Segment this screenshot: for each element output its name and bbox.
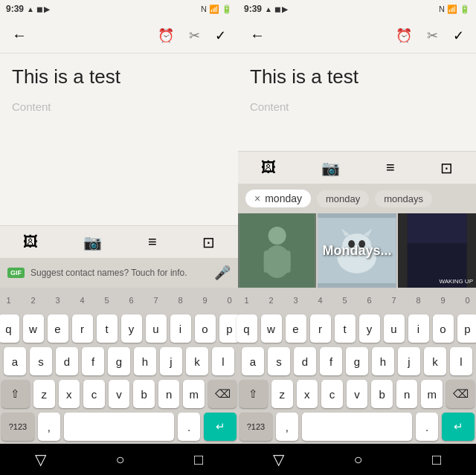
right-delete-key[interactable]: ⌫: [446, 380, 475, 408]
right-search-chip[interactable]: × monday: [245, 190, 311, 207]
left-nav-recent[interactable]: □: [194, 451, 203, 468]
rkey-e[interactable]: e: [286, 314, 306, 343]
key-5[interactable]: 5: [97, 291, 118, 310]
key-2[interactable]: 2: [23, 291, 44, 310]
left-nav-home[interactable]: ○: [115, 451, 124, 468]
right-gif-dark[interactable]: WAKING UP: [398, 213, 476, 288]
rkey-x[interactable]: x: [297, 380, 318, 408]
rkey-p[interactable]: p: [457, 314, 477, 343]
rkey-9[interactable]: 9: [433, 291, 454, 310]
rkey-b[interactable]: b: [371, 380, 393, 408]
left-mic-icon[interactable]: 🎤: [214, 265, 231, 281]
left-delete-key[interactable]: ⌫: [208, 380, 237, 408]
key-c[interactable]: c: [83, 380, 105, 408]
rkey-8[interactable]: 8: [408, 291, 429, 310]
left-enter-key[interactable]: ↵: [204, 413, 237, 441]
left-check-icon[interactable]: ✓: [215, 28, 226, 44]
rkey-3[interactable]: 3: [286, 291, 306, 310]
right-suggestion2[interactable]: mondays: [375, 190, 432, 207]
key-s[interactable]: s: [30, 347, 52, 375]
rkey-n[interactable]: n: [396, 380, 418, 408]
right-alarm-icon[interactable]: ⏰: [396, 28, 412, 44]
rkey-a[interactable]: a: [242, 347, 264, 375]
key-v[interactable]: v: [109, 380, 130, 408]
left-space-key[interactable]: [64, 413, 175, 441]
right-shift-key[interactable]: ⇧: [239, 380, 268, 408]
key-3[interactable]: 3: [48, 291, 68, 310]
rkey-l[interactable]: l: [450, 347, 472, 375]
rkey-5[interactable]: 5: [335, 291, 356, 310]
rkey-1[interactable]: 1: [237, 291, 257, 310]
rkey-i[interactable]: i: [408, 314, 429, 343]
rkey-6[interactable]: 6: [359, 291, 380, 310]
right-gif-mondays[interactable]: Mondays...: [318, 213, 396, 288]
right-space-key[interactable]: [302, 413, 413, 441]
right-period-key[interactable]: .: [416, 413, 438, 441]
rkey-r[interactable]: r: [310, 314, 331, 343]
key-i[interactable]: i: [170, 314, 191, 343]
key-f[interactable]: f: [82, 347, 104, 375]
key-x[interactable]: x: [59, 380, 80, 408]
left-note-content[interactable]: Content: [12, 100, 226, 113]
key-r[interactable]: r: [72, 314, 93, 343]
key-a[interactable]: a: [4, 347, 26, 375]
left-gif-badge[interactable]: GIF: [7, 268, 25, 278]
right-check-icon[interactable]: ✓: [453, 28, 464, 44]
rkey-f[interactable]: f: [320, 347, 342, 375]
left-image-icon[interactable]: 🖼: [23, 233, 38, 251]
key-k[interactable]: k: [186, 347, 208, 375]
right-nav-home[interactable]: ○: [353, 451, 362, 468]
left-back-button[interactable]: ←: [12, 27, 27, 44]
key-l[interactable]: l: [212, 347, 234, 375]
right-nav-recent[interactable]: □: [432, 451, 441, 468]
rkey-c[interactable]: c: [321, 380, 343, 408]
left-nav-back[interactable]: ▽: [35, 450, 46, 468]
rkey-4[interactable]: 4: [310, 291, 331, 310]
right-enter-key[interactable]: ↵: [442, 413, 475, 441]
key-n[interactable]: n: [158, 380, 180, 408]
rkey-o[interactable]: o: [433, 314, 454, 343]
left-list-icon[interactable]: ≡: [148, 233, 157, 251]
key-6[interactable]: 6: [121, 291, 142, 310]
rkey-w[interactable]: w: [261, 314, 282, 343]
rkey-k[interactable]: k: [424, 347, 446, 375]
rkey-q[interactable]: q: [237, 314, 257, 343]
right-list-icon[interactable]: ≡: [386, 159, 395, 176]
key-d[interactable]: d: [56, 347, 78, 375]
key-j[interactable]: j: [160, 347, 182, 375]
left-camera-icon[interactable]: 📷: [83, 233, 102, 251]
left-period-key[interactable]: .: [178, 413, 200, 441]
key-o[interactable]: o: [195, 314, 216, 343]
rkey-d[interactable]: d: [294, 347, 316, 375]
rkey-z[interactable]: z: [271, 380, 293, 408]
rkey-t[interactable]: t: [335, 314, 356, 343]
key-g[interactable]: g: [108, 347, 130, 375]
left-crop-icon[interactable]: ⊡: [202, 233, 215, 251]
rkey-g[interactable]: g: [346, 347, 368, 375]
rkey-s[interactable]: s: [268, 347, 290, 375]
key-q[interactable]: q: [0, 314, 19, 343]
right-suggestion1[interactable]: monday: [317, 190, 369, 207]
key-1[interactable]: 1: [0, 291, 19, 310]
key-4[interactable]: 4: [72, 291, 93, 310]
right-camera-icon[interactable]: 📷: [321, 159, 340, 177]
left-alarm-icon[interactable]: ⏰: [158, 28, 174, 44]
key-7[interactable]: 7: [146, 291, 167, 310]
key-y[interactable]: y: [121, 314, 142, 343]
right-search-close[interactable]: ×: [254, 193, 260, 204]
key-9[interactable]: 9: [195, 291, 216, 310]
rkey-y[interactable]: y: [359, 314, 380, 343]
left-shift-key[interactable]: ⇧: [1, 380, 30, 408]
rkey-0[interactable]: 0: [457, 291, 477, 310]
rkey-7[interactable]: 7: [384, 291, 405, 310]
rkey-j[interactable]: j: [398, 347, 420, 375]
rkey-2[interactable]: 2: [261, 291, 282, 310]
right-gif-person[interactable]: [238, 213, 316, 288]
left-123-key[interactable]: ?123: [1, 413, 34, 441]
key-z[interactable]: z: [33, 380, 55, 408]
right-crop-icon[interactable]: ⊡: [440, 159, 453, 177]
left-comma-key[interactable]: ,: [38, 413, 60, 441]
key-b[interactable]: b: [133, 380, 155, 408]
rkey-m[interactable]: m: [421, 380, 443, 408]
right-comma-key[interactable]: ,: [276, 413, 298, 441]
